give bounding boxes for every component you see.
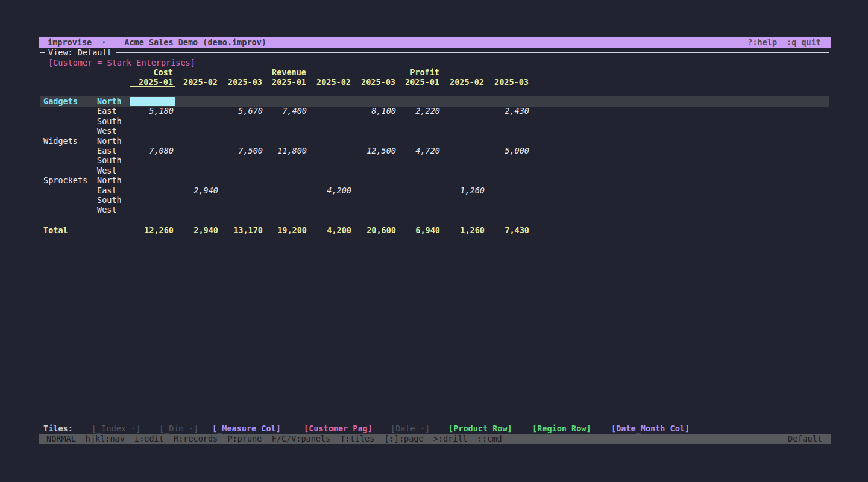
region-label: North	[97, 136, 122, 146]
total-label: Total	[43, 225, 68, 236]
total-value: 20,600	[353, 225, 397, 236]
region-label: West	[97, 166, 117, 176]
tile-date[interactable]: [Date ·]	[391, 424, 430, 434]
status-view-name: Default	[788, 434, 822, 444]
table-row[interactable]: Widgets North	[40, 136, 829, 146]
tile-date-month[interactable]: [Date_Month Col]	[611, 424, 690, 434]
tile-index[interactable]: [_Index ·]	[92, 424, 140, 434]
region-label: North	[97, 175, 122, 186]
month-header[interactable]: 2025-02	[175, 77, 219, 87]
region-label: West	[97, 205, 117, 215]
month-header-row: 2025-01 2025-02 2025-03 2025-01 2025-02 …	[40, 77, 829, 87]
product-label: Gadgets	[43, 96, 78, 107]
cell-value[interactable]: 4,720	[397, 146, 441, 156]
tile-measure[interactable]: [_Measure Col]	[212, 424, 281, 434]
header-separator	[40, 92, 829, 92]
tile-customer[interactable]: [Customer Pag]	[304, 424, 373, 434]
tiles-bar: Tiles: [_Index ·] [_Dim ·] [_Measure Col…	[39, 424, 831, 434]
tile-dim[interactable]: [_Dim ·]	[159, 424, 198, 434]
month-header[interactable]: 2025-03	[219, 77, 264, 87]
total-row: Total 12,260 2,940 13,170 19,200 4,200 2…	[40, 225, 829, 236]
app-name: improvise	[48, 37, 92, 47]
status-bar: NORMALhjkl:nav i:edit R:records P:prune …	[39, 434, 831, 444]
filter-chip[interactable]: [Customer = Stark Enterprises]	[48, 58, 195, 67]
total-value: 7,430	[486, 225, 530, 236]
cell-value[interactable]: 12,500	[353, 146, 397, 156]
month-header[interactable]: 2025-02	[308, 77, 353, 87]
cell-value[interactable]: 2,940	[175, 186, 219, 196]
measure-label-revenue[interactable]: Revenue	[263, 67, 308, 78]
view-title: View: Default	[45, 48, 116, 57]
quit-hint: :q quit	[787, 37, 821, 47]
table-row[interactable]: South	[40, 116, 829, 127]
region-label: South	[97, 195, 122, 205]
cell-value[interactable]: 8,100	[353, 106, 397, 116]
tiles-label: Tiles:	[43, 424, 73, 434]
measure-header-row: Cost Revenue Profit	[40, 67, 829, 78]
cell-value[interactable]: 5,670	[219, 106, 264, 116]
separator-dot: ·	[101, 37, 106, 47]
total-separator	[40, 222, 829, 222]
table-row[interactable]: East 2,940 4,200 1,260	[40, 186, 829, 196]
cell-value[interactable]: 5,180	[130, 106, 175, 116]
table-row[interactable]: West	[40, 166, 829, 176]
region-label: West	[97, 126, 117, 136]
total-value: 2,940	[175, 225, 219, 236]
file-title: Acme Sales Demo (demo.improv)	[124, 37, 266, 47]
cell-value[interactable]: 1,260	[441, 186, 486, 196]
table-row[interactable]: West	[40, 126, 829, 136]
region-label: East	[97, 186, 117, 196]
help-hint: ?:help	[747, 37, 777, 47]
total-value: 4,200	[308, 225, 353, 236]
tile-product[interactable]: [Product Row]	[448, 424, 512, 434]
terminal: improvise·Acme Sales Demo (demo.improv) …	[39, 37, 831, 444]
region-label: East	[97, 146, 117, 156]
month-header[interactable]: 2025-02	[441, 77, 486, 87]
total-value: 13,170	[219, 225, 264, 236]
total-value: 6,940	[397, 225, 441, 236]
cell-value[interactable]: 11,800	[263, 146, 308, 156]
mode-badge: NORMAL	[46, 434, 76, 443]
month-header[interactable]: 2025-03	[486, 77, 530, 87]
total-value: 12,260	[130, 225, 175, 236]
cell-value[interactable]: 7,400	[263, 106, 308, 116]
table-row[interactable]: South	[40, 155, 829, 166]
cell-value[interactable]: 7,500	[219, 146, 264, 156]
month-header[interactable]: 2025-01	[397, 77, 441, 87]
measure-label-profit[interactable]: Profit	[397, 67, 441, 78]
month-header[interactable]: 2025-01	[263, 77, 308, 87]
cell-value[interactable]: 2,220	[397, 106, 441, 116]
table-row[interactable]: Gadgets North	[40, 96, 829, 107]
region-label: South	[97, 116, 122, 127]
table-row[interactable]: East 7,080 7,500 11,800 12,500 4,720 5,0…	[40, 146, 829, 156]
month-header[interactable]: 2025-03	[353, 77, 397, 87]
selected-column-underline	[130, 86, 175, 87]
table-row[interactable]: East 5,180 5,670 7,400 8,100 2,220 2,430	[40, 106, 829, 116]
region-label: East	[97, 106, 117, 116]
region-label: South	[97, 155, 122, 166]
cell-value[interactable]: 4,200	[308, 186, 353, 196]
titlebar-hints: ?:help:q quit	[738, 37, 821, 48]
cell-value[interactable]: 5,000	[486, 146, 530, 156]
region-label: North	[97, 96, 122, 107]
titlebar: improvise·Acme Sales Demo (demo.improv) …	[39, 37, 831, 48]
table-row[interactable]: West	[40, 205, 829, 215]
table-row[interactable]: South	[40, 195, 829, 205]
product-label: Widgets	[43, 136, 78, 146]
table-row[interactable]: Sprockets North	[40, 175, 829, 186]
cell-value[interactable]: 2,430	[486, 106, 530, 116]
cell-value[interactable]: 7,080	[130, 146, 175, 156]
tile-region[interactable]: [Region Row]	[532, 424, 591, 434]
keybind-hints: hjkl:nav i:edit R:records P:prune F/C/V:…	[86, 434, 502, 443]
total-value: 19,200	[263, 225, 308, 236]
product-label: Sprockets	[43, 175, 87, 186]
selected-cell[interactable]	[130, 97, 175, 106]
total-value: 1,260	[441, 225, 486, 236]
